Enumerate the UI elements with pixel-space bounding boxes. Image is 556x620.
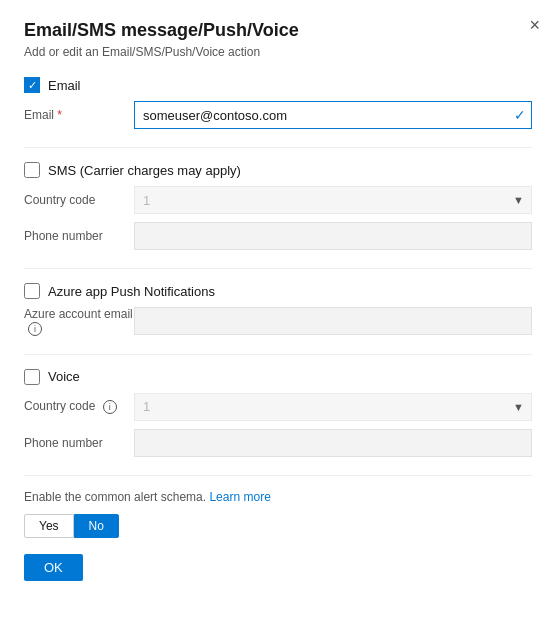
sms-section-label: SMS (Carrier charges may apply) — [48, 163, 241, 178]
email-section-header: Email — [24, 77, 532, 93]
divider-3 — [24, 354, 532, 355]
voice-country-code-row: Country code i 1 ▼ — [24, 393, 532, 421]
push-checkbox[interactable] — [24, 283, 40, 299]
push-section-header: Azure app Push Notifications — [24, 283, 532, 299]
voice-section-label: Voice — [48, 369, 80, 384]
voice-section: Voice Country code i 1 ▼ Phone number — [24, 369, 532, 457]
dialog: Email/SMS message/Push/Voice Add or edit… — [0, 0, 556, 620]
ok-button[interactable]: OK — [24, 554, 83, 581]
sms-checkbox[interactable] — [24, 162, 40, 178]
voice-phone-input[interactable] — [134, 429, 532, 457]
push-email-label: Azure account email i — [24, 307, 134, 336]
sms-phone-row: Phone number — [24, 222, 532, 250]
learn-more-link[interactable]: Learn more — [209, 490, 270, 504]
voice-section-header: Voice — [24, 369, 532, 385]
push-section-label: Azure app Push Notifications — [48, 284, 215, 299]
no-toggle-button[interactable]: No — [74, 514, 119, 538]
email-check-icon: ✓ — [514, 107, 526, 123]
dialog-title: Email/SMS message/Push/Voice — [24, 20, 532, 41]
email-input[interactable] — [134, 101, 532, 129]
email-section: Email Email ✓ — [24, 77, 532, 129]
toggle-row: Yes No — [24, 514, 532, 538]
email-section-label: Email — [48, 78, 81, 93]
push-email-row: Azure account email i — [24, 307, 532, 336]
yes-toggle-button[interactable]: Yes — [24, 514, 74, 538]
sms-phone-label: Phone number — [24, 229, 134, 243]
close-button[interactable]: × — [529, 16, 540, 34]
voice-checkbox[interactable] — [24, 369, 40, 385]
voice-info-icon: i — [103, 400, 117, 414]
footer-text: Enable the common alert schema. Learn mo… — [24, 490, 532, 504]
divider-2 — [24, 268, 532, 269]
voice-phone-row: Phone number — [24, 429, 532, 457]
push-email-input[interactable] — [134, 307, 532, 335]
email-field-row: Email ✓ — [24, 101, 532, 129]
sms-country-code-wrapper: 1 ▼ — [134, 186, 532, 214]
dialog-subtitle: Add or edit an Email/SMS/Push/Voice acti… — [24, 45, 532, 59]
dialog-title-bar: Email/SMS message/Push/Voice Add or edit… — [24, 20, 532, 59]
push-section: Azure app Push Notifications Azure accou… — [24, 283, 532, 336]
voice-country-code-select[interactable]: 1 — [134, 393, 532, 421]
voice-phone-label: Phone number — [24, 436, 134, 450]
sms-section: SMS (Carrier charges may apply) Country … — [24, 162, 532, 250]
sms-country-code-label: Country code — [24, 193, 134, 207]
email-checkbox[interactable] — [24, 77, 40, 93]
email-field-label: Email — [24, 108, 134, 122]
sms-country-code-select[interactable]: 1 — [134, 186, 532, 214]
sms-country-code-row: Country code 1 ▼ — [24, 186, 532, 214]
voice-country-code-label: Country code i — [24, 399, 134, 414]
divider-4 — [24, 475, 532, 476]
voice-country-code-wrapper: 1 ▼ — [134, 393, 532, 421]
sms-phone-input[interactable] — [134, 222, 532, 250]
push-info-icon: i — [28, 322, 42, 336]
divider-1 — [24, 147, 532, 148]
sms-section-header: SMS (Carrier charges may apply) — [24, 162, 532, 178]
email-input-wrapper: ✓ — [134, 101, 532, 129]
